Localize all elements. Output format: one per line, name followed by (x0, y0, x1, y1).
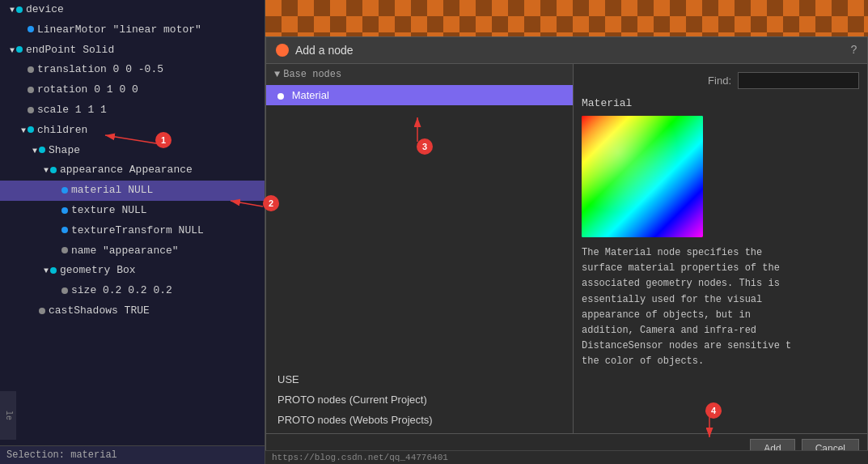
tree-item-label: endPoint Solid (26, 44, 114, 56)
tree-item-label: name "appearance" (71, 245, 179, 257)
tree-item-size[interactable]: size 0.2 0.2 0.2 (0, 281, 265, 301)
annotation-badge-4: 4 (705, 402, 722, 419)
dot-icon (61, 187, 68, 194)
dialog-title-left: Add a node (276, 44, 354, 57)
tree-item-label: scale 1 1 1 (37, 104, 107, 116)
chevron-icon: ▼ (42, 265, 50, 278)
tree-item-label: size 0.2 0.2 0.2 (71, 284, 172, 296)
status-text: Selection: material (6, 449, 117, 461)
tree-item-children[interactable]: ▼children (0, 121, 265, 141)
node-item-use[interactable]: USE (266, 369, 573, 390)
tree-item-endpoint-solid[interactable]: ▼endPoint Solid (0, 40, 265, 61)
side-tab-label: le (4, 411, 13, 420)
dialog-title: Add a node (295, 44, 354, 57)
dialog-node-list-panel: ▼ Base nodes Material USE PROTO nodes (C… (266, 64, 574, 433)
detail-description: The Material node specifies the surface … (582, 245, 859, 425)
tree-item-label: geometry Box (60, 264, 136, 276)
chevron-icon: ▼ (42, 164, 50, 177)
tree-item-label: LinearMotor "linear motor" (37, 23, 201, 36)
dot-icon (61, 287, 68, 294)
chevron-icon: ▼ (31, 145, 39, 158)
tree-item-label: translation 0 0 -0.5 (37, 63, 163, 75)
node-dot (277, 93, 284, 100)
node-label-proto-webots: PROTO nodes (Webots Projects) (277, 414, 433, 426)
detail-node-title: Material (582, 97, 859, 109)
tree-item-label: textureTransform NULL (71, 224, 204, 236)
extra-options: USE PROTO nodes (Current Project) PROTO … (266, 366, 573, 433)
base-nodes-label: Base nodes (283, 69, 341, 80)
tree-item-label: appearance Appearance (60, 164, 193, 176)
description-text: The Material node specifies the surface … (582, 245, 859, 370)
dot-icon (28, 87, 34, 93)
tree-item-label: texture NULL (71, 204, 147, 216)
chevron-icon: ▼ (274, 69, 280, 80)
dot-icon (39, 308, 45, 314)
tree-item-label: device (26, 3, 64, 15)
dot-icon (16, 46, 23, 53)
tree-item-appearance[interactable]: ▼appearance Appearance (0, 160, 265, 181)
dot-icon (50, 267, 57, 274)
find-row: Find: (582, 72, 859, 89)
annotation-badge-3: 3 (417, 138, 433, 155)
tree-item-shape[interactable]: ▼Shape (0, 141, 265, 161)
dot-icon (61, 207, 68, 214)
annotation-badge-1: 1 (155, 132, 171, 148)
tree-item-texture-transform-null[interactable]: textureTransform NULL (0, 221, 265, 241)
tree-item-label: rotation 0 1 0 0 (37, 83, 138, 96)
dot-icon (61, 247, 68, 253)
dot-icon (28, 26, 34, 32)
dot-icon (16, 6, 23, 13)
dot-icon (28, 66, 34, 73)
tree-item-device[interactable]: ▼device (0, 0, 265, 20)
tree-item-translation[interactable]: translation 0 0 -0.5 (0, 60, 265, 80)
tree-item-label: material NULL (71, 184, 153, 196)
dot-icon (50, 167, 57, 173)
node-item-proto-webots[interactable]: PROTO nodes (Webots Projects) (266, 410, 573, 430)
chevron-icon: ▼ (8, 45, 16, 57)
dialog-detail-panel: Find: Material The Material node specifi… (574, 64, 867, 433)
material-preview-image (582, 116, 703, 237)
tree-panel: ▼device LinearMotor "linear motor"▼endPo… (0, 0, 265, 464)
tree-item-label: children (37, 124, 87, 136)
node-label-proto-current: PROTO nodes (Current Project) (277, 394, 427, 406)
node-item-proto-current[interactable]: PROTO nodes (Current Project) (266, 390, 573, 410)
tree-item-linear-motor[interactable]: LinearMotor "linear motor" (0, 20, 265, 40)
node-list: Material (266, 85, 573, 366)
status-bar: Selection: material (0, 445, 265, 464)
node-label-material: Material (292, 89, 329, 101)
dot-icon (28, 107, 34, 113)
side-tab: le (0, 391, 16, 440)
dialog-body: ▼ Base nodes Material USE PROTO nodes (C… (266, 64, 867, 433)
find-input[interactable] (738, 72, 859, 89)
chevron-icon: ▼ (19, 125, 28, 138)
tree-item-cast-shadows[interactable]: castShadows TRUE (0, 301, 265, 321)
tree-item-name-appearance[interactable]: name "appearance" (0, 241, 265, 262)
tree-item-texture-null[interactable]: texture NULL (0, 201, 265, 221)
tree-item-material-null[interactable]: material NULL (0, 181, 265, 201)
tree-item-label: castShadows TRUE (49, 304, 150, 317)
help-button[interactable]: ? (851, 44, 857, 57)
tree-item-rotation[interactable]: rotation 0 1 0 0 (0, 80, 265, 100)
tree-item-scale[interactable]: scale 1 1 1 (0, 100, 265, 121)
tree-item-geometry-box[interactable]: ▼geometry Box (0, 261, 265, 281)
chevron-icon: ▼ (8, 4, 16, 17)
find-label: Find: (708, 74, 731, 87)
dialog-title-bar: Add a node ? (266, 37, 867, 64)
annotation-badge-2: 2 (263, 195, 279, 211)
url-text: https://blog.csdn.net/qq_44776401 (272, 453, 448, 462)
dot-icon (61, 227, 68, 233)
node-item-material[interactable]: Material (266, 85, 573, 105)
dot-icon (39, 147, 45, 153)
tree-item-label: Shape (49, 144, 80, 156)
dot-icon (28, 126, 34, 133)
add-node-dialog: Add a node ? ▼ Base nodes Material USE (265, 36, 868, 464)
url-bar: https://blog.csdn.net/qq_44776401 (265, 450, 868, 464)
base-nodes-header[interactable]: ▼ Base nodes (266, 64, 573, 85)
dialog-icon (276, 44, 289, 57)
checkerboard-background (265, 0, 868, 40)
node-label-use: USE (277, 373, 299, 385)
